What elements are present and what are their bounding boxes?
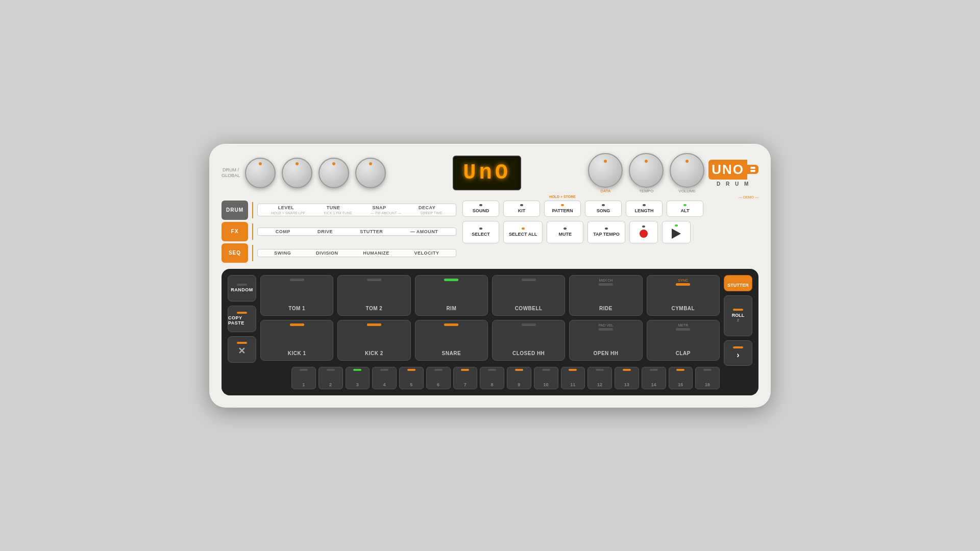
cowbell-pad[interactable]: COWBELL — [492, 275, 565, 316]
closed-hh-pad[interactable]: CLOSED HH — [492, 320, 565, 361]
kick2-label: KICK 2 — [365, 350, 383, 356]
next-button[interactable]: › — [724, 340, 752, 366]
cymbal-label: CYMBAL — [671, 306, 695, 311]
left-knobs — [245, 158, 386, 188]
tap-tempo-led — [605, 228, 608, 230]
rim-led — [444, 279, 458, 281]
snare-led — [444, 323, 458, 326]
kick2-pad[interactable]: KICK 2 — [337, 320, 410, 361]
pattern-button[interactable]: PATTERN HOLD > STORE — [544, 201, 581, 217]
drum-param-row: LEVEL TUNE SNAP DECAY — [262, 205, 452, 210]
clap-sublabel: METR — [678, 323, 688, 327]
step-btn-3[interactable]: 3 — [346, 367, 370, 389]
display-section: UnO — [386, 156, 588, 190]
demo-label: — DEMO — — [739, 195, 758, 199]
step-btn-10[interactable]: 10 — [534, 367, 558, 389]
ride-sublabel: MIDI CH — [599, 279, 613, 282]
fx-mode-button[interactable]: FX — [222, 222, 248, 241]
pads-area: TOM 1 TOM 2 RIM COWBELL MIDI CH RI — [260, 275, 720, 389]
volume-knob[interactable] — [670, 153, 704, 188]
mute-led — [564, 228, 567, 230]
seq-divider — [252, 245, 253, 261]
step-led-13 — [623, 369, 631, 371]
step-led-15 — [676, 369, 684, 371]
knob1[interactable] — [245, 158, 276, 188]
play-triangle-icon — [672, 229, 681, 239]
snare-pad[interactable]: SNARE — [415, 320, 488, 361]
knob3-wrap — [318, 158, 349, 188]
next-arrow-icon: › — [737, 350, 739, 360]
step-btn-13[interactable]: 13 — [615, 367, 639, 389]
step-btn-9[interactable]: 9 — [507, 367, 531, 389]
cymbal-sublabel: SYNC — [678, 279, 688, 282]
logo-bracket — [747, 165, 758, 174]
fx-divider — [252, 223, 253, 240]
step-btn-12[interactable]: 12 — [587, 367, 612, 389]
knob1-wrap — [245, 158, 276, 188]
knob2-wrap — [282, 158, 312, 188]
clap-pad[interactable]: METR CLAP — [647, 320, 720, 361]
rim-pad[interactable]: RIM — [415, 275, 488, 316]
kit-button[interactable]: KIT — [503, 201, 540, 217]
cancel-button[interactable]: ✕ — [228, 336, 256, 363]
clap-label: CLAP — [676, 350, 691, 356]
play-led — [675, 224, 678, 227]
right-side-buttons: STUTTER ROLL 2 › — [724, 275, 752, 389]
step-btn-14[interactable]: 14 — [642, 367, 666, 389]
copy-paste-button[interactable]: COPY PASTE — [228, 306, 256, 332]
step-btn-6[interactable]: 6 — [426, 367, 451, 389]
knob3[interactable] — [318, 158, 349, 188]
drum-mode-button[interactable]: DRUM — [222, 201, 248, 220]
roll-button[interactable]: ROLL 2 — [724, 295, 752, 336]
knob4[interactable] — [355, 158, 386, 188]
bottom-section: RANDOM COPY PASTE ✕ TOM 1 TOM 2 — [222, 269, 758, 395]
snare-label: SNARE — [442, 350, 461, 356]
step-btn-16[interactable]: 16 — [695, 367, 720, 389]
sound-led — [479, 204, 482, 206]
mute-button[interactable]: MUTE — [547, 221, 583, 243]
length-button[interactable]: LENGTH — [626, 201, 663, 217]
stutter-button[interactable]: STUTTER — [724, 275, 752, 291]
step-btn-11[interactable]: 11 — [561, 367, 585, 389]
sound-button[interactable]: SOUND — [462, 201, 499, 217]
step-btn-8[interactable]: 8 — [480, 367, 504, 389]
right-knobs: DATA TEMPO VOLUME — [588, 153, 704, 193]
drum-global-label: DRUM / GLOBAL — [222, 167, 240, 179]
tom2-pad[interactable]: TOM 2 — [337, 275, 410, 316]
alt-button[interactable]: ALT — [667, 201, 703, 217]
step-btn-7[interactable]: 7 — [453, 367, 478, 389]
select-all-button[interactable]: SELECT ALL — [503, 221, 543, 243]
record-button[interactable] — [629, 221, 658, 243]
logo-drum-label: D R U M — [717, 181, 750, 187]
step-btn-4[interactable]: 4 — [372, 367, 397, 389]
cymbal-pad[interactable]: SYNC CYMBAL — [647, 275, 720, 316]
knob4-wrap — [355, 158, 386, 188]
song-button[interactable]: SONG — [585, 201, 622, 217]
step-btn-1[interactable]: 1 — [291, 367, 316, 389]
top-panel: DRUM / GLOBAL UnO — [222, 153, 758, 196]
tom1-label: TOM 1 — [288, 306, 305, 311]
data-knob[interactable] — [588, 153, 623, 188]
step-btn-15[interactable]: 15 — [669, 367, 693, 389]
play-button[interactable] — [662, 221, 691, 243]
step-btn-2[interactable]: 2 — [318, 367, 343, 389]
tap-tempo-button[interactable]: TAP TEMPO — [587, 221, 625, 243]
seq-mode-button[interactable]: SEQ — [222, 243, 248, 263]
closed-hh-led — [522, 323, 536, 326]
step-led-11 — [569, 369, 577, 371]
tempo-knob[interactable] — [629, 153, 664, 188]
ride-pad[interactable]: MIDI CH RIDE — [569, 275, 642, 316]
tom2-label: TOM 2 — [366, 306, 383, 311]
step-buttons: 1 2 3 4 5 — [291, 367, 720, 389]
tom1-pad[interactable]: TOM 1 — [260, 275, 333, 316]
step-btn-5[interactable]: 5 — [399, 367, 424, 389]
random-button[interactable]: RANDOM — [228, 275, 256, 302]
copy-paste-led — [237, 312, 247, 314]
kick1-pad[interactable]: KICK 1 — [260, 320, 333, 361]
select-button[interactable]: SELECT — [462, 221, 499, 243]
select-led — [479, 228, 482, 230]
knob2[interactable] — [282, 158, 312, 188]
open-hh-pad[interactable]: PAD VEL OPEN HH — [569, 320, 642, 361]
tom1-led — [290, 279, 304, 281]
step-led-4 — [380, 369, 388, 371]
